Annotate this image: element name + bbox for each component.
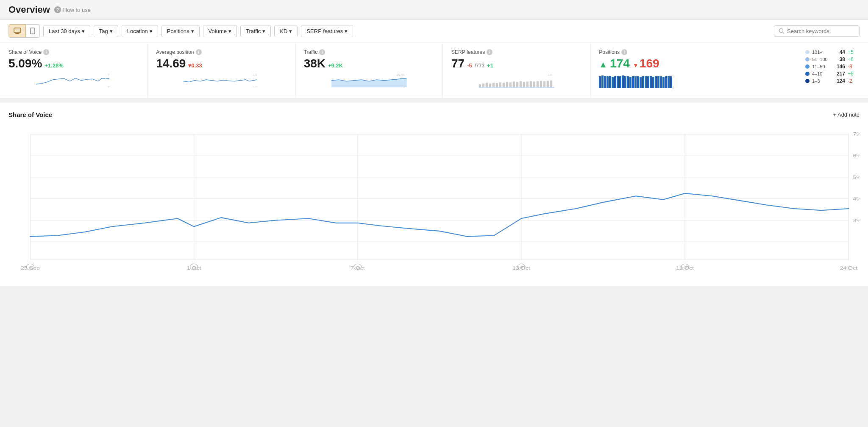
svg-rect-46 — [612, 77, 614, 88]
volume-filter-btn[interactable]: Volume ▾ — [203, 25, 237, 37]
svg-rect-64 — [657, 76, 659, 88]
sov-chart-svg: 7% 6% 5% 4% 3% 25 Sep 1 Oct 7 Oct 13 Oct… — [8, 125, 860, 278]
how-to-use-link[interactable]: ? How to use — [54, 6, 91, 13]
serp-filter-btn[interactable]: SERP features ▾ — [301, 25, 353, 37]
svg-text:7: 7 — [108, 73, 110, 77]
positions-down-value: 169 — [640, 57, 659, 70]
volume-filter-chevron: ▾ — [228, 28, 231, 34]
svg-rect-20 — [492, 83, 495, 87]
toolbar: Last 30 days ▾ Tag ▾ Location ▾ Position… — [0, 20, 868, 42]
tag-filter-chevron: ▾ — [110, 28, 113, 34]
location-filter-label: Location — [127, 28, 148, 34]
svg-rect-33 — [537, 81, 539, 87]
date-filter-label: Last 30 days — [49, 28, 80, 34]
svg-rect-67 — [665, 76, 667, 88]
svg-rect-66 — [662, 77, 665, 88]
legend-row: 51–10038+6 — [805, 56, 860, 62]
sov-info-icon[interactable]: i — [43, 49, 49, 55]
legend-dot — [805, 57, 810, 61]
svg-rect-61 — [650, 76, 652, 88]
svg-rect-37 — [550, 81, 552, 87]
avgpos-sparkline: 13 17 — [156, 73, 286, 91]
sov-sparkline: 7 2 — [8, 73, 139, 91]
legend-count: 44 — [832, 49, 845, 55]
positions-info-icon[interactable]: i — [621, 49, 627, 55]
mobile-icon — [30, 28, 35, 34]
svg-text:3%: 3% — [853, 218, 860, 223]
svg-rect-53 — [629, 77, 632, 88]
avgpos-info-icon[interactable]: i — [196, 49, 202, 55]
svg-rect-54 — [632, 76, 634, 88]
serp-filter-chevron: ▾ — [345, 28, 348, 34]
desktop-device-btn[interactable] — [9, 25, 26, 37]
date-filter-btn[interactable]: Last 30 days ▾ — [43, 25, 90, 37]
legend-row: 4–10217+6 — [805, 71, 860, 77]
svg-rect-18 — [486, 83, 488, 87]
legend-range: 51–100 — [812, 57, 830, 62]
positions-up-icon: ▲ — [599, 60, 607, 70]
legend-delta: -2 — [848, 78, 860, 84]
svg-text:13: 13 — [253, 73, 257, 77]
metrics-row: Share of Voice i 5.09% +1.28% 7 2 Averag… — [0, 42, 868, 98]
positions-legend: 101+44+551–10038+611–50146-84–10217+61–3… — [805, 49, 860, 91]
svg-rect-45 — [609, 76, 611, 88]
svg-rect-19 — [489, 84, 491, 87]
serp-features-card: SERP features i 77 -5 /773 +1 1K 0 — [443, 42, 590, 98]
avgpos-delta: ▾0.33 — [188, 62, 202, 69]
svg-rect-24 — [506, 82, 508, 87]
search-input[interactable] — [787, 28, 855, 34]
positions-values: ▲ 174 ▾ 169 — [599, 57, 793, 70]
positions-filter-label: Positions — [167, 28, 189, 34]
add-note-button[interactable]: + Add note — [833, 112, 860, 118]
legend-dot — [805, 50, 810, 54]
serp-value: 77 -5 /773 +1 — [451, 57, 581, 70]
svg-point-4 — [32, 33, 33, 33]
add-note-label: + Add note — [833, 112, 860, 118]
svg-text:⚙: ⚙ — [356, 265, 359, 270]
svg-rect-26 — [513, 81, 515, 87]
svg-rect-44 — [606, 76, 609, 88]
svg-text:1K: 1K — [548, 73, 552, 77]
svg-text:⚙: ⚙ — [192, 265, 196, 270]
sov-label: Share of Voice i — [8, 49, 139, 55]
traffic-card: Traffic i 38K +9.2K 45.4K 0 — [295, 42, 443, 98]
desktop-icon — [14, 28, 21, 34]
mobile-device-btn[interactable] — [26, 25, 39, 37]
serp-info-icon[interactable]: i — [487, 49, 492, 55]
svg-text:0: 0 — [672, 86, 674, 90]
avg-position-card: Average position i 14.69 ▾0.33 13 17 — [147, 42, 295, 98]
tag-filter-btn[interactable]: Tag ▾ — [94, 25, 118, 37]
svg-rect-59 — [645, 76, 647, 88]
legend-count: 217 — [832, 71, 845, 77]
svg-text:7%: 7% — [853, 131, 860, 137]
svg-rect-21 — [496, 83, 498, 87]
svg-text:2: 2 — [108, 85, 110, 89]
location-filter-btn[interactable]: Location ▾ — [122, 25, 158, 37]
traffic-info-icon[interactable]: i — [319, 49, 325, 55]
legend-row: 11–50146-8 — [805, 64, 860, 70]
positions-filter-btn[interactable]: Positions ▾ — [161, 25, 200, 37]
svg-rect-22 — [499, 82, 501, 87]
svg-rect-16 — [479, 84, 481, 87]
svg-rect-62 — [652, 77, 654, 88]
svg-text:17: 17 — [253, 85, 257, 89]
svg-rect-36 — [547, 81, 549, 87]
svg-point-5 — [779, 29, 783, 33]
traffic-delta: +9.2K — [328, 62, 343, 69]
svg-rect-47 — [614, 76, 616, 88]
legend-delta: +5 — [848, 49, 860, 55]
svg-rect-31 — [530, 81, 532, 87]
svg-rect-32 — [533, 81, 535, 87]
kd-filter-chevron: ▾ — [289, 28, 292, 34]
sov-delta: +1.28% — [45, 62, 63, 69]
svg-rect-42 — [601, 75, 604, 88]
svg-rect-52 — [627, 76, 629, 88]
legend-row: 1–3124-2 — [805, 78, 860, 84]
traffic-filter-btn[interactable]: Traffic ▾ — [240, 25, 271, 37]
svg-rect-57 — [640, 77, 642, 88]
kd-filter-label: KD — [280, 28, 287, 34]
svg-rect-60 — [647, 76, 649, 88]
kd-filter-btn[interactable]: KD ▾ — [274, 25, 298, 37]
svg-rect-35 — [543, 81, 545, 87]
legend-row: 101+44+5 — [805, 49, 860, 55]
